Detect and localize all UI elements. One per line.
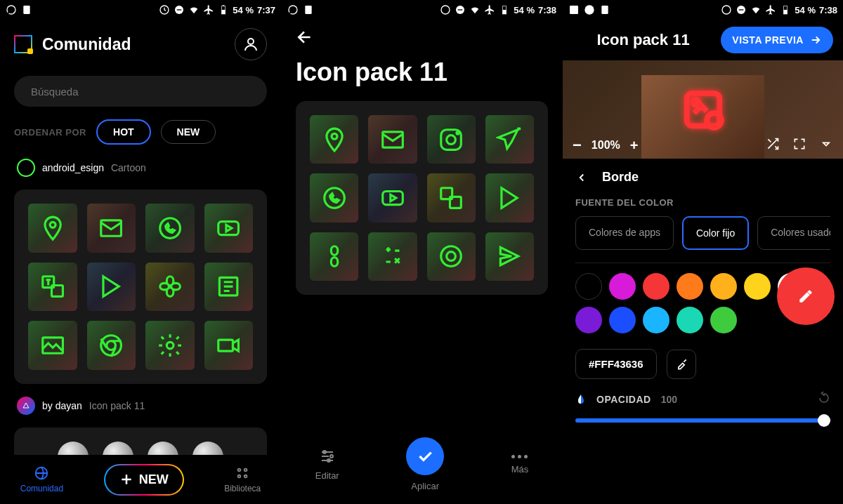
status-bar: 54 % 7:37 — [0, 0, 281, 20]
shuffle-icon[interactable] — [766, 137, 780, 154]
icon-chrome — [427, 232, 476, 281]
new-button[interactable]: NEW — [104, 464, 184, 496]
color-swatch[interactable] — [677, 273, 703, 300]
color-swatch[interactable] — [643, 307, 669, 333]
nav-label: Biblioteca — [224, 484, 261, 493]
edit-button[interactable]: Editar — [315, 448, 339, 481]
svg-rect-54 — [784, 10, 788, 14]
app-logo — [14, 35, 32, 53]
preview-button[interactable]: VISTA PREVIA — [721, 27, 833, 53]
svg-point-56 — [707, 113, 721, 128]
svg-point-50 — [722, 6, 731, 14]
svg-point-48 — [584, 5, 594, 14]
nav-library[interactable]: Biblioteca — [224, 465, 261, 493]
svg-rect-39 — [383, 191, 403, 204]
svg-point-42 — [441, 246, 462, 267]
svg-rect-30 — [458, 9, 463, 10]
new-label: NEW — [139, 472, 169, 487]
svg-point-25 — [244, 475, 247, 478]
color-swatch[interactable] — [744, 273, 771, 300]
sync-icon — [440, 4, 451, 15]
sync-icon — [721, 4, 732, 15]
clock: 7:38 — [819, 5, 837, 15]
color-swatch[interactable] — [609, 273, 636, 300]
post: by dayan Icon pack 11 — [0, 388, 281, 423]
color-swatch[interactable] — [710, 273, 737, 300]
action-label: Más — [511, 464, 529, 475]
search-field[interactable] — [30, 85, 251, 98]
dnd-icon — [174, 4, 185, 15]
whatsapp-icon — [6, 4, 17, 15]
dnd-icon — [455, 4, 466, 15]
tab-new[interactable]: NEW — [161, 120, 216, 144]
icon-settings — [145, 321, 195, 370]
eyedropper-button[interactable] — [667, 350, 696, 379]
color-swatch[interactable] — [609, 307, 636, 333]
nav-community[interactable]: Comunidad — [20, 465, 63, 493]
app-icon — [599, 4, 610, 15]
tab-hot[interactable]: HOT — [96, 119, 151, 145]
back-button[interactable] — [282, 20, 562, 58]
svg-point-36 — [447, 135, 456, 144]
color-swatch[interactable] — [575, 307, 602, 333]
icon-youtube — [204, 204, 254, 253]
panel-community: 54 % 7:37 Comunidad ORDENAR POR HOT NEW … — [0, 0, 281, 504]
more-button[interactable]: Más — [511, 455, 529, 475]
svg-rect-6 — [222, 10, 226, 14]
sort-row: ORDENAR POR HOT NEW — [0, 114, 281, 150]
icon-gallery — [28, 321, 77, 370]
airplane-icon — [765, 4, 776, 15]
zoom-in[interactable]: + — [630, 138, 639, 154]
search-input[interactable] — [14, 76, 267, 107]
svg-point-24 — [238, 475, 241, 478]
icon-pack-card[interactable] — [14, 190, 267, 384]
opacity-slider[interactable] — [575, 418, 830, 423]
chip-app-colors[interactable]: Colores de apps — [575, 216, 674, 250]
battery-icon — [499, 4, 510, 15]
reset-icon[interactable] — [818, 392, 830, 407]
zoom-controls: − 100% + — [563, 136, 843, 154]
svg-point-33 — [332, 133, 337, 139]
opacity-icon — [575, 392, 587, 406]
hex-value[interactable]: #FFF43636 — [575, 349, 657, 379]
avatar — [17, 397, 35, 415]
icon-news — [204, 263, 254, 312]
zoom-out[interactable]: − — [573, 136, 582, 154]
account-button[interactable] — [235, 28, 267, 60]
edit-color-fab[interactable] — [777, 267, 835, 325]
chip-fixed-color[interactable]: Color fijo — [682, 216, 749, 250]
fullscreen-icon[interactable] — [792, 137, 806, 154]
svg-point-11 — [159, 218, 180, 238]
icon-photos — [145, 263, 195, 312]
section-header[interactable]: Borde — [575, 170, 830, 185]
wifi-icon — [750, 4, 762, 15]
post-name: Icon pack 11 — [89, 400, 145, 411]
color-palette — [575, 263, 830, 343]
chip-used-colors[interactable]: Colores usados — [757, 216, 830, 250]
color-swatch[interactable] — [575, 273, 602, 300]
slider-thumb[interactable] — [818, 414, 830, 427]
svg-rect-1 — [23, 6, 30, 14]
color-swatch[interactable] — [677, 307, 703, 333]
svg-point-9 — [50, 222, 55, 227]
svg-rect-7 — [223, 5, 225, 6]
dropdown-icon[interactable] — [819, 137, 833, 154]
icon-calculator — [368, 232, 417, 281]
panel-editor: 54 % 7:38 Icon pack 11 VISTA PREVIA − 10… — [562, 0, 843, 504]
page-title: Icon pack 11 — [597, 31, 690, 49]
svg-rect-12 — [218, 221, 239, 234]
apply-button[interactable]: Aplicar — [406, 437, 444, 491]
svg-rect-52 — [739, 9, 744, 10]
zoom-value: 100% — [592, 139, 620, 152]
opacity-row: OPACIDAD 100 — [575, 379, 830, 411]
sync-icon — [159, 4, 170, 15]
color-swatch[interactable] — [710, 307, 737, 333]
app-icon — [21, 4, 32, 15]
icon-whatsapp — [145, 204, 195, 253]
color-source-label: FUENTE DEL COLOR — [575, 185, 830, 216]
image-icon — [568, 4, 580, 15]
color-swatch[interactable] — [643, 273, 669, 300]
icon-pack-preview — [296, 101, 548, 295]
battery-text: 54 % — [514, 5, 535, 15]
icon-location — [28, 204, 77, 253]
